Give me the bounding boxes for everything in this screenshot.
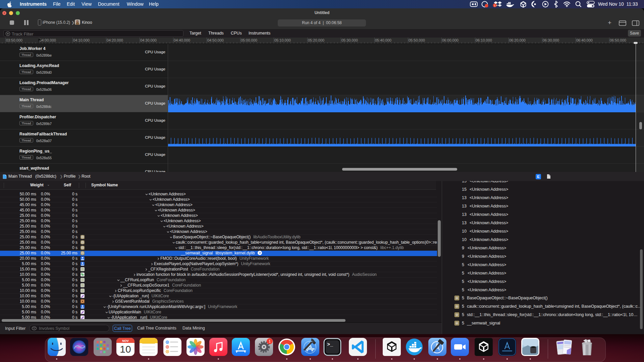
svg-text:1: 1 bbox=[269, 339, 271, 343]
svg-text:NOV: NOV bbox=[122, 339, 129, 343]
svg-text:10: 10 bbox=[120, 344, 131, 355]
svg-text:>_: >_ bbox=[327, 342, 333, 348]
svg-text:1: 1 bbox=[494, 4, 496, 7]
